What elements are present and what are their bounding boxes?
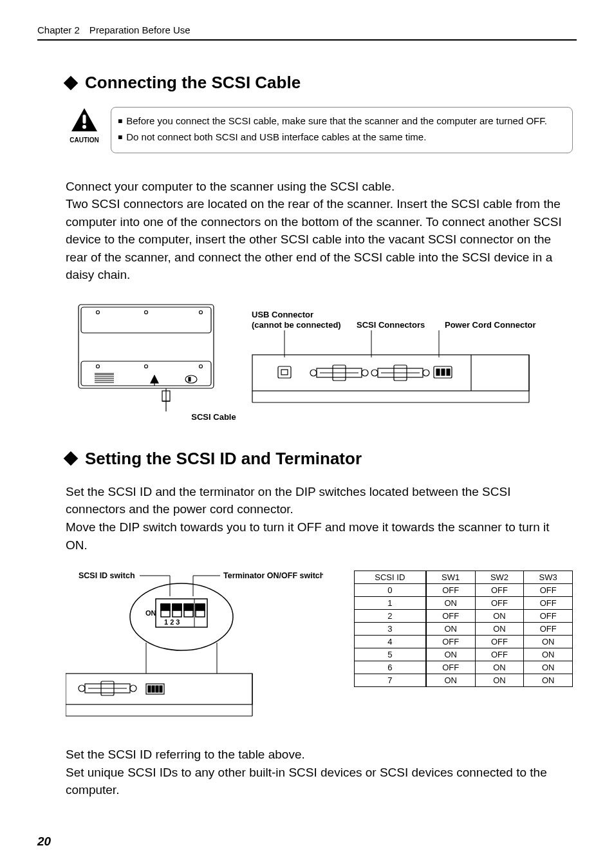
svg-rect-83 [152, 686, 154, 692]
section-title-text: Connecting the SCSI Cable [85, 73, 301, 93]
page-number: 20 [37, 835, 51, 849]
svg-point-10 [145, 364, 148, 368]
svg-rect-50 [447, 369, 450, 375]
table-cell: ON [524, 648, 573, 661]
table-cell: ON [426, 623, 476, 636]
table-header: SW1 [426, 571, 476, 584]
caution-icon: CAUTION [66, 107, 103, 144]
table-cell: OFF [524, 623, 573, 636]
svg-text:ON: ON [145, 609, 156, 617]
table-cell: 0 [355, 584, 426, 597]
caution-item-2: Do not connect both SCSI and USB interfa… [126, 130, 426, 144]
svg-point-6 [145, 310, 148, 314]
table-row: 2OFFONOFF [355, 610, 573, 623]
power-connector-label: Power Cord Connector [445, 320, 536, 330]
svg-text:Terminator ON/OFF switch: Terminator ON/OFF switch [223, 571, 323, 580]
table-row: 6OFFONON [355, 661, 573, 674]
table-cell: ON [524, 636, 573, 648]
svg-point-39 [362, 370, 368, 376]
table-row: 7ONONON [355, 674, 573, 687]
table-cell: ON [475, 610, 524, 623]
svg-rect-36 [281, 370, 288, 375]
table-row: 0OFFOFFOFF [355, 584, 573, 597]
caution-item-1: Before you connect the SCSI cable, make … [126, 114, 547, 128]
section-title-text-2: Setting the SCSI ID and Terminator [85, 449, 362, 469]
table-cell: OFF [524, 610, 573, 623]
table-cell: ON [475, 661, 524, 674]
table-cell: OFF [475, 597, 524, 610]
scsi-id-table: SCSI ID SW1 SW2 SW3 0OFFOFFOFF1ONOFFOFF2… [354, 571, 573, 687]
table-cell: ON [524, 674, 573, 687]
table-row: 3ONONOFF [355, 623, 573, 636]
chapter-header: Chapter 2 Preparation Before Use [37, 24, 577, 41]
scsi-connectors-label: SCSI Connectors [357, 320, 425, 330]
table-cell: OFF [426, 661, 476, 674]
svg-point-5 [97, 310, 100, 314]
table-cell: OFF [475, 648, 524, 661]
svg-point-2 [82, 125, 86, 129]
table-cell: OFF [524, 597, 573, 610]
svg-point-7 [200, 310, 203, 314]
table-cell: OFF [426, 636, 476, 648]
dip-switch-diagram: SCSI ID switch Terminator ON/OFF switch [66, 571, 323, 728]
caution-label: CAUTION [66, 137, 103, 144]
table-cell: 5 [355, 648, 426, 661]
svg-text:SCSI ID switch: SCSI ID switch [79, 571, 135, 580]
table-row: 5ONOFFON [355, 648, 573, 661]
scsi-cable-label: SCSI Cable [191, 412, 236, 422]
caution-block: CAUTION ■ Before you connect the SCSI ca… [66, 107, 573, 153]
svg-rect-82 [148, 686, 151, 692]
svg-marker-18 [151, 375, 158, 383]
body-paragraph-2: Set the SCSI ID and the terminator on th… [66, 483, 573, 554]
table-cell: 4 [355, 636, 426, 648]
square-bullet-icon: ■ [118, 130, 122, 145]
section-title-connecting: Connecting the SCSI Cable [66, 73, 573, 93]
body-paragraph-3: Set the SCSI ID referring to the table a… [66, 746, 573, 799]
table-cell: ON [475, 623, 524, 636]
svg-rect-62 [172, 604, 181, 610]
svg-text:1 2 3: 1 2 3 [164, 618, 180, 626]
svg-point-44 [423, 370, 429, 376]
table-cell: OFF [475, 584, 524, 597]
svg-point-20 [185, 375, 197, 383]
svg-rect-49 [442, 369, 445, 375]
table-cell: 6 [355, 661, 426, 674]
table-cell: ON [426, 597, 476, 610]
svg-rect-60 [161, 604, 170, 610]
svg-rect-85 [160, 686, 162, 692]
svg-rect-35 [278, 366, 291, 378]
table-header: SCSI ID [355, 571, 426, 584]
usb-note-label: (cannot be connected) [252, 320, 341, 330]
table-cell: OFF [426, 610, 476, 623]
table-cell: 1 [355, 597, 426, 610]
table-cell: OFF [426, 584, 476, 597]
body-paragraph-1: Connect your computer to the scanner usi… [66, 178, 573, 284]
table-header: SW3 [524, 571, 573, 584]
connector-diagram: SCSI Cable USB Connector (cannot be conn… [66, 301, 573, 429]
diamond-bullet-icon [64, 451, 79, 466]
svg-rect-84 [156, 686, 158, 692]
diamond-bullet-icon [64, 75, 79, 90]
table-cell: 2 [355, 610, 426, 623]
table-header: SW2 [475, 571, 524, 584]
square-bullet-icon: ■ [118, 114, 122, 129]
svg-point-78 [130, 685, 136, 692]
table-row: 1ONOFFOFF [355, 597, 573, 610]
svg-rect-66 [196, 604, 205, 610]
svg-point-77 [79, 685, 85, 692]
usb-connector-label: USB Connector [252, 310, 313, 319]
table-cell: ON [475, 674, 524, 687]
svg-point-43 [371, 370, 378, 376]
table-row: 4OFFOFFON [355, 636, 573, 648]
svg-point-9 [97, 364, 100, 368]
table-cell: ON [426, 674, 476, 687]
table-cell: 3 [355, 623, 426, 636]
table-cell: OFF [475, 636, 524, 648]
svg-rect-21 [189, 377, 191, 381]
section-title-setting: Setting the SCSI ID and Terminator [66, 449, 573, 469]
svg-rect-1 [83, 115, 86, 124]
table-cell: ON [524, 661, 573, 674]
svg-rect-64 [184, 604, 193, 610]
svg-rect-48 [436, 369, 440, 375]
caution-box: ■ Before you connect the SCSI cable, mak… [111, 107, 573, 153]
